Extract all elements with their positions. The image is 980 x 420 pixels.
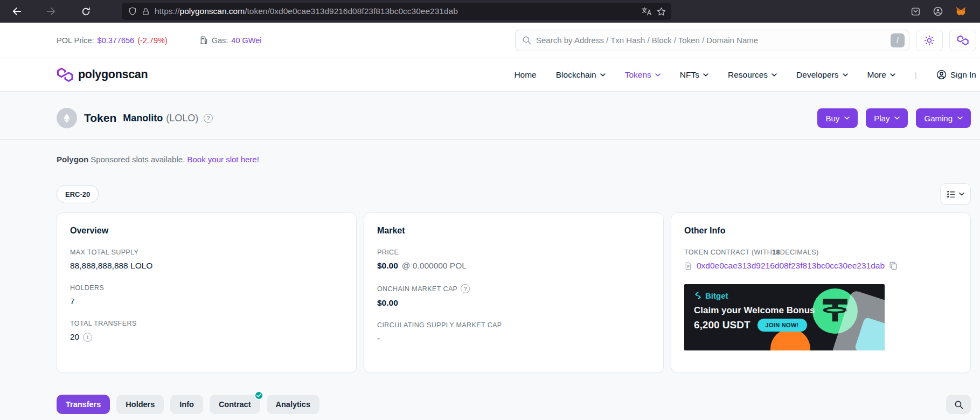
search-input[interactable] (536, 36, 886, 45)
other-info-card: Other Info TOKEN CONTRACT (WITH 18 DECIM… (671, 212, 971, 373)
sponsor-brand: Polygon (57, 155, 88, 164)
token-name: Manolito (123, 113, 163, 124)
tab-holders[interactable]: Holders (116, 395, 164, 414)
contract-label-prefix: TOKEN CONTRACT (WITH (684, 249, 772, 256)
chevron-down-icon (959, 192, 964, 196)
metamask-fox-icon[interactable] (956, 6, 966, 16)
info-icon[interactable]: i (83, 333, 92, 342)
chevron-down-icon (894, 116, 900, 120)
token-help-icon[interactable]: ? (204, 114, 213, 123)
topbar-right: / (515, 30, 976, 51)
chevron-down-icon (600, 73, 606, 77)
table-search-button[interactable] (946, 395, 971, 414)
market-card-title: Market (377, 226, 650, 236)
summary-cards: Overview MAX TOTAL SUPPLY 88,888,888,888… (0, 205, 980, 373)
nav-item-developers[interactable]: Developers (796, 70, 847, 80)
bitget-ad-banner[interactable]: Bitget Claim your Welcome Bonus 6,200 US… (684, 284, 885, 350)
buy-button[interactable]: Buy (817, 108, 858, 128)
chevron-down-icon (957, 116, 963, 120)
token-kind-label: Token (84, 112, 116, 125)
nav-item-more[interactable]: More (867, 70, 895, 80)
gas-label: Gas: (212, 36, 228, 45)
ad-text: Bitget Claim your Welcome Bonus 6,200 US… (684, 284, 885, 332)
price-field: PRICE $0.00@ 0.000000 POL (377, 249, 650, 271)
checklist-icon (947, 190, 955, 198)
search-icon (954, 400, 963, 409)
ad-amount: 6,200 USDT (694, 319, 750, 331)
ad-join-now-button[interactable]: JOIN NOW! (757, 319, 807, 332)
browser-toolbar: https://polygonscan.com/token/0xd0e0cae3… (0, 0, 980, 23)
search-box: / (515, 30, 909, 51)
url-bar[interactable]: https://polygonscan.com/token/0xd0e0cae3… (122, 3, 671, 20)
contract-label-suffix: DECIMALS) (780, 249, 819, 256)
contract-decimals: 18 (772, 249, 780, 256)
tracking-shield-icon[interactable] (128, 7, 137, 16)
brand-logo[interactable]: polygonscan (57, 67, 148, 82)
chevron-down-icon (772, 73, 777, 77)
stats-header: POL Price: $0.377656 (-2.79%) Gas: 40 GW… (0, 23, 980, 58)
gas-pump-icon (200, 36, 208, 45)
nav-divider: | (915, 70, 917, 79)
copy-icon[interactable] (889, 261, 898, 270)
url-path: /token/0xd0e0cae313d9216d08f23f813bc0cc3… (245, 6, 458, 16)
circulating-cap-label: CIRCULATING SUPPLY MARKET CAP (377, 321, 650, 329)
screen: https://polygonscan.com/token/0xd0e0cae3… (0, 0, 980, 420)
person-icon (936, 70, 947, 80)
pocket-icon[interactable] (911, 7, 920, 16)
contract-address-link[interactable]: 0xd0e0cae313d9216d08f23f813bc0cc30ee231d… (697, 261, 885, 271)
ad-orange-shape (770, 329, 810, 350)
verified-check-badge (254, 391, 263, 400)
nav-item-home[interactable]: Home (514, 70, 536, 80)
account-icon[interactable] (933, 6, 943, 16)
forward-button[interactable] (42, 3, 60, 19)
tab-contract[interactable]: Contract (210, 395, 260, 414)
lock-icon[interactable] (142, 8, 150, 16)
total-transfers-field: TOTAL TRANSFERS 20i (70, 320, 343, 342)
gaming-button[interactable]: Gaming (916, 108, 971, 128)
sponsored-bar: PolygonSponsored slots available. Book y… (0, 140, 980, 164)
gas-stat: Gas: 40 GWei (200, 36, 262, 45)
chevron-down-icon (655, 73, 661, 77)
polygonscan-logo-icon (57, 67, 73, 82)
gas-value-link[interactable]: 40 GWei (231, 36, 261, 45)
url-text: https://polygonscan.com/token/0xd0e0cae3… (155, 6, 636, 16)
tabs-bar: Transfers Holders Info Contract Analytic… (0, 395, 980, 414)
url-domain: polygonscan.com (180, 6, 245, 16)
nav-item-blockchain[interactable]: Blockchain (556, 70, 606, 80)
circulating-cap-field: CIRCULATING SUPPLY MARKET CAP - (377, 321, 650, 343)
tab-transfers[interactable]: Transfers (57, 395, 110, 414)
nav-item-nfts[interactable]: NFTs (680, 70, 708, 80)
nav-item-resources[interactable]: Resources (728, 70, 777, 80)
price-usd-value: $0.00 (377, 261, 398, 271)
bookmark-star-icon[interactable] (657, 7, 666, 16)
eth-diamond-icon (61, 112, 73, 124)
onchain-cap-field: ONCHAIN MARKET CAP? $0.00 (377, 284, 650, 308)
book-slot-link[interactable]: Book your slot here! (187, 155, 259, 164)
tab-analytics[interactable]: Analytics (267, 395, 319, 414)
tab-info[interactable]: Info (170, 395, 203, 414)
other-info-card-title: Other Info (684, 226, 957, 236)
onchain-cap-value: $0.00 (377, 298, 650, 308)
polygon-network-icon (957, 35, 969, 46)
reload-button[interactable] (77, 3, 95, 19)
pol-price-change: (-2.79%) (137, 36, 168, 45)
network-switch-button[interactable] (949, 30, 976, 51)
translate-icon[interactable] (641, 7, 652, 16)
chevron-down-icon (843, 73, 848, 77)
play-button[interactable]: Play (866, 108, 908, 128)
theme-toggle-button[interactable] (916, 30, 943, 51)
nav-item-tokens[interactable]: Tokens (625, 70, 661, 80)
card-options-button[interactable] (940, 183, 971, 205)
price-pol-value: @ 0.000000 POL (402, 261, 467, 271)
url-scheme: https:// (155, 6, 180, 16)
holders-field: HOLDERS 7 (70, 284, 343, 306)
back-button[interactable] (8, 3, 26, 19)
overview-card-title: Overview (70, 226, 343, 236)
circulating-cap-value: - (377, 334, 650, 343)
pol-price-value-link[interactable]: $0.377656 (98, 36, 135, 45)
onchain-cap-help-icon[interactable]: ? (461, 284, 470, 293)
token-action-buttons: Buy Play Gaming (817, 108, 971, 128)
total-transfers-label: TOTAL TRANSFERS (70, 320, 343, 327)
sign-in-button[interactable]: Sign In (936, 70, 976, 80)
price-label: PRICE (377, 249, 650, 256)
